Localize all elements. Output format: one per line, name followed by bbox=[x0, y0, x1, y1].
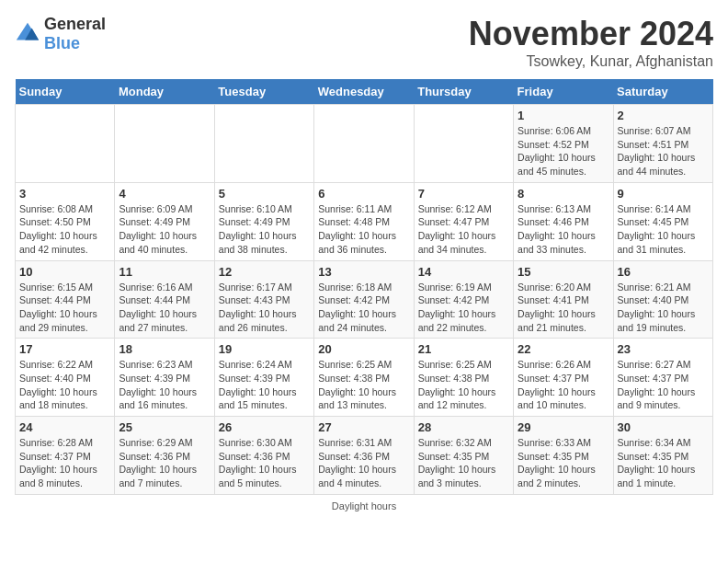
day-number: 10 bbox=[19, 265, 110, 279]
day-number: 6 bbox=[318, 187, 409, 201]
day-number: 23 bbox=[618, 342, 709, 356]
calendar-cell: 2Sunrise: 6:07 AM Sunset: 4:51 PM Daylig… bbox=[613, 105, 712, 183]
day-info: Sunrise: 6:23 AM Sunset: 4:39 PM Dayligh… bbox=[119, 358, 210, 412]
day-number: 9 bbox=[618, 187, 709, 201]
day-info: Sunrise: 6:27 AM Sunset: 4:37 PM Dayligh… bbox=[618, 358, 709, 412]
day-info: Sunrise: 6:20 AM Sunset: 4:41 PM Dayligh… bbox=[518, 281, 609, 335]
day-number: 19 bbox=[219, 342, 310, 356]
calendar-day-header: Tuesday bbox=[214, 79, 313, 105]
day-number: 22 bbox=[518, 342, 609, 356]
calendar-cell: 6Sunrise: 6:11 AM Sunset: 4:48 PM Daylig… bbox=[314, 182, 414, 260]
calendar-day-header: Sunday bbox=[16, 79, 115, 105]
day-info: Sunrise: 6:08 AM Sunset: 4:50 PM Dayligh… bbox=[19, 202, 110, 257]
day-info: Sunrise: 6:15 AM Sunset: 4:44 PM Dayligh… bbox=[19, 281, 110, 335]
day-number: 1 bbox=[518, 109, 609, 122]
calendar-cell bbox=[115, 105, 214, 183]
calendar-cell: 26Sunrise: 6:30 AM Sunset: 4:36 PM Dayli… bbox=[214, 417, 313, 495]
calendar-cell: 14Sunrise: 6:19 AM Sunset: 4:42 PM Dayli… bbox=[414, 260, 513, 339]
day-number: 13 bbox=[318, 265, 409, 279]
calendar-cell: 27Sunrise: 6:31 AM Sunset: 4:36 PM Dayli… bbox=[314, 417, 414, 495]
day-number: 14 bbox=[418, 265, 509, 279]
calendar-cell bbox=[214, 105, 313, 183]
day-info: Sunrise: 6:30 AM Sunset: 4:36 PM Dayligh… bbox=[219, 436, 310, 490]
location-title: Tsowkey, Kunar, Afghanistan bbox=[469, 53, 713, 70]
calendar-cell: 16Sunrise: 6:21 AM Sunset: 4:40 PM Dayli… bbox=[613, 260, 712, 339]
day-info: Sunrise: 6:31 AM Sunset: 4:36 PM Dayligh… bbox=[318, 436, 409, 490]
day-number: 15 bbox=[518, 265, 609, 279]
day-info: Sunrise: 6:11 AM Sunset: 4:48 PM Dayligh… bbox=[318, 202, 409, 257]
calendar-cell bbox=[314, 105, 414, 183]
day-number: 30 bbox=[618, 420, 709, 434]
calendar-cell: 10Sunrise: 6:15 AM Sunset: 4:44 PM Dayli… bbox=[16, 260, 115, 339]
calendar-cell: 4Sunrise: 6:09 AM Sunset: 4:49 PM Daylig… bbox=[115, 182, 214, 260]
day-number: 18 bbox=[119, 342, 210, 356]
day-number: 4 bbox=[119, 187, 210, 201]
day-number: 2 bbox=[618, 109, 709, 122]
day-info: Sunrise: 6:33 AM Sunset: 4:35 PM Dayligh… bbox=[518, 436, 609, 490]
calendar-cell: 20Sunrise: 6:25 AM Sunset: 4:38 PM Dayli… bbox=[314, 339, 414, 417]
day-number: 3 bbox=[19, 187, 110, 201]
calendar-cell: 30Sunrise: 6:34 AM Sunset: 4:35 PM Dayli… bbox=[613, 417, 712, 495]
day-number: 5 bbox=[219, 187, 310, 201]
day-number: 8 bbox=[518, 187, 609, 201]
logo-icon bbox=[15, 21, 40, 47]
calendar-cell: 21Sunrise: 6:25 AM Sunset: 4:38 PM Dayli… bbox=[414, 339, 513, 417]
day-info: Sunrise: 6:26 AM Sunset: 4:37 PM Dayligh… bbox=[518, 358, 609, 412]
calendar-week-row: 10Sunrise: 6:15 AM Sunset: 4:44 PM Dayli… bbox=[16, 260, 713, 339]
day-number: 7 bbox=[418, 187, 509, 201]
calendar-cell: 28Sunrise: 6:32 AM Sunset: 4:35 PM Dayli… bbox=[414, 417, 513, 495]
day-number: 27 bbox=[318, 420, 409, 434]
day-info: Sunrise: 6:07 AM Sunset: 4:51 PM Dayligh… bbox=[618, 124, 709, 178]
logo-text-general: General bbox=[44, 15, 106, 33]
day-number: 28 bbox=[418, 420, 509, 434]
calendar-cell: 29Sunrise: 6:33 AM Sunset: 4:35 PM Dayli… bbox=[514, 417, 613, 495]
day-number: 17 bbox=[19, 342, 110, 356]
day-info: Sunrise: 6:14 AM Sunset: 4:45 PM Dayligh… bbox=[618, 202, 709, 257]
day-number: 29 bbox=[518, 420, 609, 434]
calendar-week-row: 24Sunrise: 6:28 AM Sunset: 4:37 PM Dayli… bbox=[16, 417, 713, 495]
calendar-week-row: 17Sunrise: 6:22 AM Sunset: 4:40 PM Dayli… bbox=[16, 339, 713, 417]
calendar-cell: 25Sunrise: 6:29 AM Sunset: 4:36 PM Dayli… bbox=[115, 417, 214, 495]
page-header: General Blue November 2024 Tsowkey, Kuna… bbox=[15, 15, 713, 70]
calendar-cell: 19Sunrise: 6:24 AM Sunset: 4:39 PM Dayli… bbox=[214, 339, 313, 417]
logo: General Blue bbox=[15, 15, 106, 53]
day-info: Sunrise: 6:17 AM Sunset: 4:43 PM Dayligh… bbox=[219, 281, 310, 335]
month-title: November 2024 bbox=[469, 15, 713, 53]
day-info: Sunrise: 6:25 AM Sunset: 4:38 PM Dayligh… bbox=[318, 358, 409, 412]
calendar-cell bbox=[16, 105, 115, 183]
calendar-cell: 9Sunrise: 6:14 AM Sunset: 4:45 PM Daylig… bbox=[613, 182, 712, 260]
day-info: Sunrise: 6:09 AM Sunset: 4:49 PM Dayligh… bbox=[119, 202, 210, 257]
calendar-day-header: Thursday bbox=[414, 79, 513, 105]
calendar-cell: 11Sunrise: 6:16 AM Sunset: 4:44 PM Dayli… bbox=[115, 260, 214, 339]
day-info: Sunrise: 6:21 AM Sunset: 4:40 PM Dayligh… bbox=[618, 281, 709, 335]
calendar-cell: 15Sunrise: 6:20 AM Sunset: 4:41 PM Dayli… bbox=[514, 260, 613, 339]
calendar-day-header: Saturday bbox=[613, 79, 712, 105]
day-info: Sunrise: 6:06 AM Sunset: 4:52 PM Dayligh… bbox=[518, 124, 609, 178]
calendar-cell: 8Sunrise: 6:13 AM Sunset: 4:46 PM Daylig… bbox=[514, 182, 613, 260]
calendar-cell: 12Sunrise: 6:17 AM Sunset: 4:43 PM Dayli… bbox=[214, 260, 313, 339]
day-info: Sunrise: 6:28 AM Sunset: 4:37 PM Dayligh… bbox=[19, 436, 110, 490]
calendar-cell: 5Sunrise: 6:10 AM Sunset: 4:49 PM Daylig… bbox=[214, 182, 313, 260]
calendar-cell: 22Sunrise: 6:26 AM Sunset: 4:37 PM Dayli… bbox=[514, 339, 613, 417]
day-number: 24 bbox=[19, 420, 110, 434]
day-info: Sunrise: 6:25 AM Sunset: 4:38 PM Dayligh… bbox=[418, 358, 509, 412]
day-info: Sunrise: 6:29 AM Sunset: 4:36 PM Dayligh… bbox=[119, 436, 210, 490]
calendar-cell: 18Sunrise: 6:23 AM Sunset: 4:39 PM Dayli… bbox=[115, 339, 214, 417]
calendar-week-row: 3Sunrise: 6:08 AM Sunset: 4:50 PM Daylig… bbox=[16, 182, 713, 260]
day-info: Sunrise: 6:34 AM Sunset: 4:35 PM Dayligh… bbox=[618, 436, 709, 490]
day-number: 11 bbox=[119, 265, 210, 279]
calendar-cell bbox=[414, 105, 513, 183]
day-info: Sunrise: 6:16 AM Sunset: 4:44 PM Dayligh… bbox=[119, 281, 210, 335]
day-info: Sunrise: 6:24 AM Sunset: 4:39 PM Dayligh… bbox=[219, 358, 310, 412]
title-area: November 2024 Tsowkey, Kunar, Afghanista… bbox=[469, 15, 713, 70]
calendar-day-header: Wednesday bbox=[314, 79, 414, 105]
calendar-week-row: 1Sunrise: 6:06 AM Sunset: 4:52 PM Daylig… bbox=[16, 105, 713, 183]
day-info: Sunrise: 6:10 AM Sunset: 4:49 PM Dayligh… bbox=[219, 202, 310, 257]
day-info: Sunrise: 6:19 AM Sunset: 4:42 PM Dayligh… bbox=[418, 281, 509, 335]
day-number: 25 bbox=[119, 420, 210, 434]
day-number: 16 bbox=[618, 265, 709, 279]
day-info: Sunrise: 6:22 AM Sunset: 4:40 PM Dayligh… bbox=[19, 358, 110, 412]
calendar-cell: 17Sunrise: 6:22 AM Sunset: 4:40 PM Dayli… bbox=[16, 339, 115, 417]
day-number: 20 bbox=[318, 342, 409, 356]
calendar-header-row: SundayMondayTuesdayWednesdayThursdayFrid… bbox=[16, 79, 713, 105]
